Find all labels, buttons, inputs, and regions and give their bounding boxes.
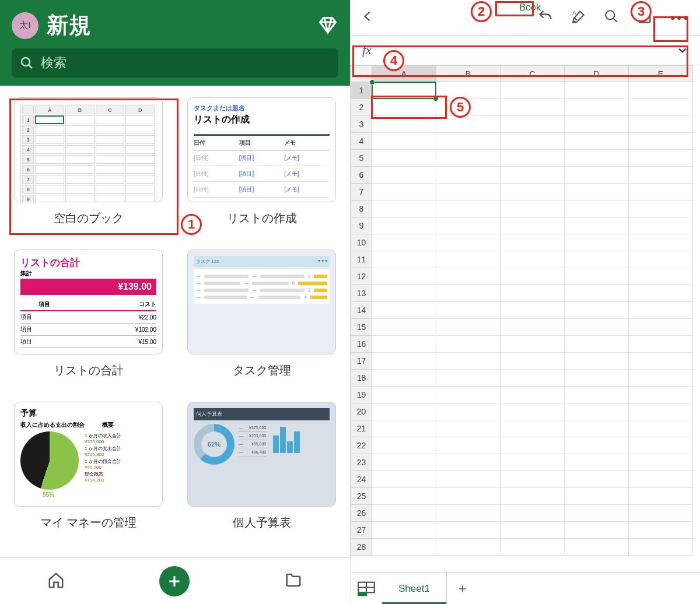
cell-B3[interactable] — [436, 116, 501, 133]
cell-A20[interactable] — [372, 403, 436, 420]
cell-D9[interactable] — [565, 217, 629, 234]
column-header-C[interactable]: C — [501, 66, 565, 82]
cell-A4[interactable] — [372, 133, 436, 150]
cell-B26[interactable] — [436, 505, 501, 522]
cell-C2[interactable] — [501, 99, 565, 116]
cell-C24[interactable] — [501, 471, 565, 488]
cell-B9[interactable] — [436, 217, 501, 234]
cell-B6[interactable] — [436, 167, 501, 184]
row-header-1[interactable]: 1 — [351, 82, 372, 99]
cell-D12[interactable] — [565, 268, 629, 285]
cell-A26[interactable] — [372, 505, 436, 522]
cell-A13[interactable] — [372, 285, 436, 302]
cell-A27[interactable] — [372, 522, 436, 539]
cell-E18[interactable] — [629, 370, 693, 387]
row-header-18[interactable]: 18 — [351, 370, 372, 387]
cell-C27[interactable] — [501, 522, 565, 539]
row-header-11[interactable]: 11 — [351, 251, 372, 268]
cell-A17[interactable] — [372, 353, 436, 370]
cell-E14[interactable] — [629, 302, 693, 319]
cell-A12[interactable] — [372, 268, 436, 285]
cell-E20[interactable] — [629, 403, 693, 420]
cell-A2[interactable] — [372, 99, 436, 116]
spreadsheet-grid[interactable]: ABCDE 1234567891011121314151617181920212… — [351, 65, 693, 556]
row-header-15[interactable]: 15 — [351, 319, 372, 336]
row-header-22[interactable]: 22 — [351, 437, 372, 454]
edit-pen-icon[interactable]: A — [571, 9, 586, 26]
premium-diamond-icon[interactable] — [317, 15, 338, 36]
row-header-12[interactable]: 12 — [351, 268, 372, 285]
cell-E27[interactable] — [629, 522, 693, 539]
search-icon[interactable] — [604, 9, 619, 26]
cell-B1[interactable] — [436, 82, 501, 99]
cell-D8[interactable] — [565, 201, 629, 217]
cell-B16[interactable] — [436, 336, 501, 353]
search-input[interactable]: 検索 — [12, 48, 338, 78]
cell-C1[interactable] — [501, 82, 565, 99]
row-header-27[interactable]: 27 — [351, 522, 372, 539]
cell-D10[interactable] — [565, 234, 629, 251]
row-header-13[interactable]: 13 — [351, 285, 372, 302]
cell-E9[interactable] — [629, 217, 693, 234]
cell-E3[interactable] — [629, 116, 693, 133]
cell-D16[interactable] — [565, 336, 629, 353]
row-header-20[interactable]: 20 — [351, 403, 372, 420]
cell-E21[interactable] — [629, 420, 693, 437]
sheets-overview-icon[interactable] — [351, 581, 382, 596]
cell-C11[interactable] — [501, 251, 565, 268]
row-header-7[interactable]: 7 — [351, 184, 372, 201]
new-button[interactable] — [159, 566, 190, 596]
cell-D2[interactable] — [565, 99, 629, 116]
cell-C25[interactable] — [501, 488, 565, 505]
cell-C17[interactable] — [501, 353, 565, 370]
row-header-24[interactable]: 24 — [351, 471, 372, 488]
cell-D11[interactable] — [565, 251, 629, 268]
cell-D28[interactable] — [565, 539, 629, 556]
cell-D24[interactable] — [565, 471, 629, 488]
cell-B24[interactable] — [436, 471, 501, 488]
cell-C10[interactable] — [501, 234, 565, 251]
row-header-23[interactable]: 23 — [351, 454, 372, 471]
formula-input[interactable] — [383, 36, 665, 65]
cell-C4[interactable] — [501, 133, 565, 150]
cell-B10[interactable] — [436, 234, 501, 251]
cell-C21[interactable] — [501, 420, 565, 437]
folder-icon[interactable] — [284, 571, 303, 591]
row-header-8[interactable]: 8 — [351, 201, 372, 217]
cell-E16[interactable] — [629, 336, 693, 353]
cell-A9[interactable] — [372, 217, 436, 234]
column-header-E[interactable]: E — [629, 66, 693, 82]
row-header-26[interactable]: 26 — [351, 505, 372, 522]
more-menu-button[interactable]: ••• — [670, 10, 690, 25]
cell-A18[interactable] — [372, 370, 436, 387]
cell-A6[interactable] — [372, 167, 436, 184]
cell-C28[interactable] — [501, 539, 565, 556]
template-personal-budget[interactable]: 個人予算表 62% —¥375,000 —¥233,600 —¥55,000 —… — [184, 402, 340, 531]
share-icon[interactable] — [636, 8, 653, 27]
cell-D21[interactable] — [565, 420, 629, 437]
cell-B22[interactable] — [436, 437, 501, 454]
cell-A19[interactable] — [372, 387, 436, 403]
cell-E24[interactable] — [629, 471, 693, 488]
cell-B18[interactable] — [436, 370, 501, 387]
cell-E22[interactable] — [629, 437, 693, 454]
cell-D15[interactable] — [565, 319, 629, 336]
cell-C3[interactable] — [501, 116, 565, 133]
cell-E25[interactable] — [629, 488, 693, 505]
cell-A1[interactable] — [372, 82, 436, 99]
cell-D14[interactable] — [565, 302, 629, 319]
cell-E1[interactable] — [629, 82, 693, 99]
add-sheet-button[interactable]: + — [447, 581, 478, 597]
cell-B11[interactable] — [436, 251, 501, 268]
row-header-17[interactable]: 17 — [351, 353, 372, 370]
cell-C16[interactable] — [501, 336, 565, 353]
cell-E12[interactable] — [629, 268, 693, 285]
cell-A5[interactable] — [372, 150, 436, 167]
cell-D5[interactable] — [565, 150, 629, 167]
cell-A22[interactable] — [372, 437, 436, 454]
cell-B23[interactable] — [436, 454, 501, 471]
cell-B14[interactable] — [436, 302, 501, 319]
cell-D17[interactable] — [565, 353, 629, 370]
cell-B28[interactable] — [436, 539, 501, 556]
cell-A23[interactable] — [372, 454, 436, 471]
